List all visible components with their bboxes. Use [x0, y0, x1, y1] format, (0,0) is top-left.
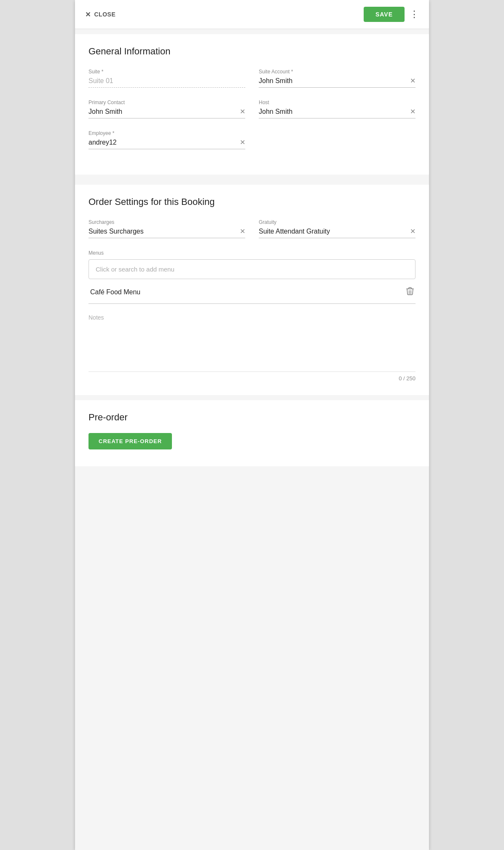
- header: ✕ CLOSE SAVE ⋮: [75, 0, 429, 29]
- employee-field: Employee * andrey12 ✕: [88, 130, 245, 149]
- more-menu-button[interactable]: ⋮: [410, 10, 419, 19]
- employee-input-row: andrey12 ✕: [88, 139, 245, 149]
- suite-input-row: Suite 01: [88, 77, 245, 88]
- preorder-title: Pre-order: [88, 412, 416, 423]
- header-right: SAVE ⋮: [364, 7, 419, 22]
- menu-item: Café Food Menu: [88, 279, 416, 304]
- surcharges-gratuity-row: Surcharges Suites Surcharges ✕ Gratuity …: [88, 219, 416, 238]
- suite-account-field: Suite Account * John Smith ✕: [259, 69, 416, 88]
- gratuity-value[interactable]: Suite Attendant Gratuity: [259, 228, 410, 235]
- notes-label: Notes: [88, 314, 416, 321]
- primary-contact-field: Primary Contact John Smith ✕: [88, 100, 245, 118]
- order-settings-section: Order Settings for this Booking Surcharg…: [75, 185, 429, 395]
- menu-search-box[interactable]: Click or search to add menu: [88, 259, 416, 279]
- host-clear-button[interactable]: ✕: [410, 108, 416, 115]
- suite-row: Suite * Suite 01 Suite Account * John Sm…: [88, 69, 416, 88]
- create-preorder-button[interactable]: CREATE PRE-ORDER: [88, 433, 172, 449]
- primary-contact-clear-button[interactable]: ✕: [240, 108, 245, 115]
- employee-value[interactable]: andrey12: [88, 139, 240, 146]
- host-field: Host John Smith ✕: [259, 100, 416, 118]
- suite-account-value[interactable]: John Smith: [259, 77, 410, 85]
- preorder-section: Pre-order CREATE PRE-ORDER: [75, 400, 429, 466]
- menu-item-name: Café Food Menu: [90, 288, 140, 296]
- notes-count: 0 / 250: [88, 371, 416, 382]
- order-settings-title: Order Settings for this Booking: [88, 196, 416, 207]
- employee-clear-button[interactable]: ✕: [240, 139, 245, 146]
- close-icon: ✕: [85, 11, 91, 19]
- primary-contact-label: Primary Contact: [88, 100, 245, 105]
- suite-account-clear-button[interactable]: ✕: [410, 78, 416, 84]
- notes-section: Notes 0 / 250: [88, 314, 416, 382]
- host-input-row: John Smith ✕: [259, 108, 416, 118]
- menus-section: Menus Click or search to add menu Café F…: [88, 250, 416, 304]
- suite-account-label: Suite Account *: [259, 69, 416, 75]
- suite-field: Suite * Suite 01: [88, 69, 245, 88]
- suite-account-input-row: John Smith ✕: [259, 77, 416, 88]
- host-label: Host: [259, 100, 416, 105]
- gratuity-input-row: Suite Attendant Gratuity ✕: [259, 228, 416, 238]
- menus-label: Menus: [88, 250, 416, 256]
- suite-label: Suite *: [88, 69, 245, 75]
- close-button[interactable]: ✕ CLOSE: [85, 11, 115, 19]
- close-label: CLOSE: [94, 11, 116, 18]
- notes-textarea[interactable]: [88, 324, 416, 366]
- surcharges-input-row: Suites Surcharges ✕: [88, 228, 245, 238]
- general-information-title: General Information: [88, 46, 416, 57]
- gratuity-field: Gratuity Suite Attendant Gratuity ✕: [259, 219, 416, 238]
- host-value[interactable]: John Smith: [259, 108, 410, 116]
- gratuity-clear-button[interactable]: ✕: [410, 228, 416, 235]
- general-information-section: General Information Suite * Suite 01 Sui…: [75, 34, 429, 175]
- gratuity-label: Gratuity: [259, 219, 416, 225]
- menu-item-delete-button[interactable]: [406, 287, 414, 297]
- employee-label: Employee *: [88, 130, 245, 136]
- surcharges-field: Surcharges Suites Surcharges ✕: [88, 219, 245, 238]
- contact-host-row: Primary Contact John Smith ✕ Host John S…: [88, 100, 416, 118]
- primary-contact-input-row: John Smith ✕: [88, 108, 245, 118]
- surcharges-label: Surcharges: [88, 219, 245, 225]
- suite-value[interactable]: Suite 01: [88, 77, 245, 85]
- save-button[interactable]: SAVE: [364, 7, 405, 22]
- employee-row: Employee * andrey12 ✕: [88, 130, 416, 149]
- surcharges-value[interactable]: Suites Surcharges: [88, 228, 240, 235]
- surcharges-clear-button[interactable]: ✕: [240, 228, 245, 235]
- page-container: ✕ CLOSE SAVE ⋮ General Information Suite…: [75, 0, 429, 850]
- primary-contact-value[interactable]: John Smith: [88, 108, 240, 116]
